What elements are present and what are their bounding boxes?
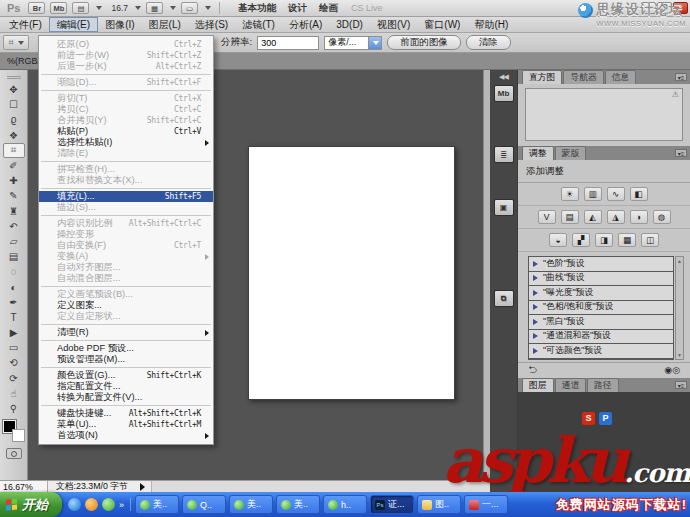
menu-item-menus[interactable]: 菜单(U)... Alt+Shift+Ctrl+M [39, 419, 213, 430]
expand-triangle-icon[interactable] [533, 319, 538, 325]
quick-selection-tool-icon[interactable]: ❖ [3, 128, 25, 143]
menu-item-free-transform[interactable]: 自由变换(F) Ctrl+T [39, 240, 213, 251]
channel-mixer-icon[interactable]: ◍ [653, 210, 671, 224]
eyedropper-tool-icon[interactable]: ✐ [3, 158, 25, 173]
menu-item-fill[interactable]: 填充(L)... Shift+F5 [39, 191, 213, 202]
menu-item-check-spelling[interactable]: 拼写检查(H)... [39, 164, 213, 175]
gradient-map-icon[interactable]: ▦ [618, 233, 636, 247]
taskbar-button-folder[interactable]: 图.. [417, 495, 461, 514]
path-selection-tool-icon[interactable]: ▶ [3, 325, 25, 340]
tab-paths[interactable]: 路径 [587, 378, 619, 392]
menu-bar-item[interactable]: 3D(D) [329, 17, 370, 32]
3d-orbit-tool-icon[interactable]: ⟳ [3, 371, 25, 386]
history-panel-icon[interactable]: ≣ [494, 146, 514, 163]
zoom-tool-icon[interactable]: ⚲ [3, 401, 25, 416]
crop-tool-preset-button[interactable]: ⌗ [3, 35, 29, 50]
document-canvas[interactable] [248, 146, 455, 400]
expand-triangle-icon[interactable] [533, 348, 538, 354]
menu-item-pdf-presets[interactable]: Adobe PDF 预设... [39, 343, 213, 354]
start-button[interactable]: 开始 [0, 492, 62, 517]
bridge-button[interactable]: Br [28, 2, 45, 14]
photo-filter-icon[interactable]: ◑ [630, 210, 648, 224]
taskbar-button-1[interactable]: 美.. [135, 495, 179, 514]
screen-mode-dropdown-icon[interactable] [205, 6, 211, 10]
menu-item-preferences[interactable]: 首选项(N) [39, 430, 213, 441]
menu-item-preset-manager[interactable]: 预设管理器(M)... [39, 354, 213, 365]
cs-live-button[interactable]: CS Live [351, 3, 383, 13]
arrange-dropdown-icon[interactable] [170, 6, 176, 10]
menu-bar-item[interactable]: 选择(S) [188, 17, 235, 32]
taskbar-button-5[interactable]: h.. [323, 495, 367, 514]
panel-menu-icon[interactable]: ▾≡ [675, 73, 687, 81]
unit-dropdown-button[interactable] [368, 37, 381, 49]
preset-row[interactable]: "可选颜色"预设 [529, 344, 673, 359]
quick-launch-more-icon[interactable]: » [119, 500, 124, 510]
preset-row[interactable]: "色相/饱和度"预设 [529, 301, 673, 316]
minimize-button[interactable]: — [641, 2, 656, 14]
taskbar-button-photoshop[interactable]: Ps 证... [370, 495, 414, 514]
color-balance-icon[interactable]: ◭ [584, 210, 602, 224]
front-image-button[interactable]: 前面的图像 [387, 35, 461, 50]
restore-button[interactable]: ❐ [657, 2, 672, 14]
clear-button[interactable]: 清除 [466, 35, 511, 50]
arrange-documents-button[interactable]: ▦ [146, 2, 163, 14]
menu-item-paste-special[interactable]: 选择性粘贴(I) [39, 137, 213, 148]
preset-row[interactable]: "曝光度"预设 [529, 286, 673, 301]
resolution-unit-select[interactable]: 像素/... [324, 36, 382, 50]
brightness-contrast-icon[interactable]: ☀ [561, 187, 579, 201]
menu-item-color-settings[interactable]: 颜色设置(G)... Shift+Ctrl+K [39, 370, 213, 381]
panel-menu-icon[interactable]: ▾≡ [675, 381, 687, 389]
toolbox-grip[interactable] [7, 76, 21, 79]
eraser-tool-icon[interactable]: ▱ [3, 234, 25, 249]
menu-item-find-replace[interactable]: 查找和替换文本(X)... [39, 175, 213, 186]
threshold-icon[interactable]: ◨ [595, 233, 613, 247]
preset-scrollbar[interactable]: ▲ ▼ [675, 256, 684, 360]
tab-histogram[interactable]: 直方图 [522, 70, 562, 84]
screen-mode-button[interactable]: ▭ [181, 2, 198, 14]
menu-item-step-backward[interactable]: 后退一步(K) Alt+Ctrl+Z [39, 61, 213, 72]
menu-item-keyboard-shortcuts[interactable]: 键盘快捷键... Alt+Shift+Ctrl+K [39, 408, 213, 419]
preset-row[interactable]: "色阶"预设 [529, 257, 673, 272]
taskbar-button-2[interactable]: Q.. [182, 495, 226, 514]
menu-item-auto-blend-layers[interactable]: 自动混合图层... [39, 273, 213, 284]
taskbar-button-3[interactable]: 美.. [229, 495, 273, 514]
menu-bar-item[interactable]: 分析(A) [282, 17, 329, 32]
hand-tool-icon[interactable]: ☝ [3, 386, 25, 401]
menu-item-cut[interactable]: 剪切(T) Ctrl+X [39, 93, 213, 104]
menu-item-define-pattern[interactable]: 定义图案... [39, 300, 213, 311]
selective-color-icon[interactable]: ◫ [641, 233, 659, 247]
curves-icon[interactable]: ∿ [607, 187, 625, 201]
taskbar-button-8[interactable]: 一... [464, 495, 508, 514]
menu-bar-item[interactable]: 窗口(W) [417, 17, 467, 32]
menu-item-fade[interactable]: 渐隐(D)... Shift+Ctrl+F [39, 77, 213, 88]
menu-item-clear[interactable]: 清除(E) [39, 148, 213, 159]
mini-bridge-icon[interactable]: Mb [494, 85, 514, 102]
taskbar-button-4[interactable]: 美.. [276, 495, 320, 514]
view-extras-button[interactable]: ▤ [72, 2, 89, 14]
menu-item-puppet-warp[interactable]: 操控变形 [39, 229, 213, 240]
preset-row[interactable]: "曲线"预设 [529, 272, 673, 287]
resolution-input[interactable] [257, 36, 319, 50]
zoom-percentage-field[interactable]: 16.67% [0, 481, 48, 492]
expand-triangle-icon[interactable] [533, 333, 538, 339]
vertical-scrollbar[interactable] [483, 70, 490, 480]
menu-bar-item[interactable]: 编辑(E) [49, 17, 98, 32]
menu-item-copy[interactable]: 拷贝(C) Ctrl+C [39, 104, 213, 115]
dodge-tool-icon[interactable]: ◐ [3, 279, 25, 294]
view-extras-dropdown-icon[interactable] [96, 6, 102, 10]
history-brush-tool-icon[interactable]: ↶ [3, 219, 25, 234]
gradient-tool-icon[interactable]: ▤ [3, 249, 25, 264]
panel-menu-icon[interactable]: ▾≡ [675, 149, 687, 157]
black-white-icon[interactable]: ◮ [607, 210, 625, 224]
marquee-tool-icon[interactable]: ☐ [3, 97, 25, 112]
zoom-level-control[interactable]: 16.7 [111, 3, 128, 13]
type-tool-icon[interactable]: T [3, 310, 25, 325]
menu-item-stroke[interactable]: 描边(S)... [39, 202, 213, 213]
workspace-button[interactable]: 设计 [288, 2, 307, 15]
exposure-icon[interactable]: ◧ [630, 187, 648, 201]
status-menu-arrow-icon[interactable] [140, 483, 145, 491]
preset-row[interactable]: "黑白"预设 [529, 315, 673, 330]
menu-item-assign-profile[interactable]: 指定配置文件... [39, 381, 213, 392]
menu-item-purge[interactable]: 清理(R) [39, 327, 213, 338]
brush-tool-icon[interactable]: ✎ [3, 188, 25, 203]
